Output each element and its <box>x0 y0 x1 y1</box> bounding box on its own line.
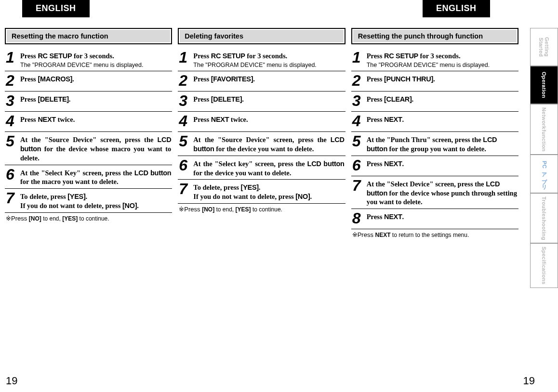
page-number-left: 19 <box>6 375 17 387</box>
side-tab-specifications[interactable]: Specifications <box>531 243 558 288</box>
step-1: 1 Press RC SETUP for 3 seconds. The "PRO… <box>5 48 172 71</box>
step-3: 3 Press [DELETE]. <box>5 91 172 112</box>
step-3: 3 Press [CLEAR]. <box>351 91 518 112</box>
side-tab-pc-app[interactable]: PCアプリ <box>531 155 558 193</box>
step-2: 2 Press [MACROS]. <box>5 71 172 91</box>
side-tab-network-function[interactable]: Networkfunction <box>531 104 558 155</box>
step-5: 5 At the "Source Device" screen, press t… <box>5 132 172 165</box>
section-title-text: Resetting the punch through function <box>353 30 517 42</box>
language-tab-right: ENGLISH <box>423 0 490 17</box>
step-8: 8 Press NEXT. <box>351 209 518 229</box>
step-2: 2 Press [PUNCH THRU]. <box>351 71 518 91</box>
step-6: 6 At the "Select Key" screen, press the … <box>5 165 172 189</box>
side-tab-troubleshooting[interactable]: Troubleshooting <box>531 193 558 244</box>
step-1: 1 Press RC SETUP for 3 seconds. The "PRO… <box>178 48 345 71</box>
step-number: 2 <box>6 73 16 88</box>
step-5: 5 At the "Punch Thru" screen, press the … <box>351 132 518 156</box>
side-tab-operation[interactable]: Operation <box>531 66 558 104</box>
section-title-text: Resetting the macro function <box>7 30 170 42</box>
step-2: 2 Press [FAVORITES]. <box>178 71 345 91</box>
step-4: 4 Press NEXT twice. <box>5 112 172 132</box>
section-title: Resetting the punch through function <box>351 28 518 44</box>
section-title: Resetting the macro function <box>5 28 172 44</box>
step-6: 6 Press NEXT. <box>351 156 518 176</box>
language-tab-left: ENGLISH <box>22 0 90 17</box>
section-title-text: Deleting favorites <box>180 30 343 42</box>
manual-page: ENGLISH ENGLISH Resetting the macro func… <box>0 0 558 392</box>
step-number: 4 <box>6 113 16 129</box>
step-7: 7 To delete, press [YES]. If you do not … <box>5 189 172 213</box>
step-number: 1 <box>6 50 16 65</box>
col-deleting-favorites: Deleting favorites 1 Press RC SETUP for … <box>178 28 345 238</box>
step-number: 3 <box>6 93 16 108</box>
step-1: 1 Press RC SETUP for 3 seconds. The "PRO… <box>351 48 518 71</box>
step-5: 5 At the "Source Device" screen, press t… <box>178 132 345 156</box>
col-punch-through-reset: Resetting the punch through function 1 P… <box>351 28 518 238</box>
side-tab-getting-started[interactable]: Getting Started <box>531 28 558 66</box>
footnote: ※Press [NO] to end, [YES] to continue. <box>5 215 172 222</box>
footnote: ※Press NEXT to return to the settings me… <box>351 231 518 238</box>
section-title: Deleting favorites <box>178 28 345 44</box>
step-body: Press RC SETUP for 3 seconds. The "PROGR… <box>20 50 171 69</box>
step-6: 6 At the "Select key" screen, press the … <box>178 156 345 180</box>
col-macro-reset: Resetting the macro function 1 Press RC … <box>5 28 172 238</box>
step-4: 4 Press NEXT. <box>351 112 518 132</box>
footnote: ※Press [NO] to end, [YES] to continue. <box>178 206 345 213</box>
side-tabs: Getting Started Operation Networkfunctio… <box>530 28 558 288</box>
page-number-right: 19 <box>523 375 535 387</box>
step-3: 3 Press [DELETE]. <box>178 91 345 112</box>
step-4: 4 Press NEXT twice. <box>178 112 345 132</box>
step-number: 6 <box>6 167 16 182</box>
step-number: 7 <box>6 190 16 206</box>
content-columns: Resetting the macro function 1 Press RC … <box>5 28 518 238</box>
step-7: 7 To delete, press [YES]. If you do not … <box>178 180 345 204</box>
step-7: 7 At the "Select Device" screen, press t… <box>351 176 518 209</box>
step-number: 5 <box>6 133 16 149</box>
